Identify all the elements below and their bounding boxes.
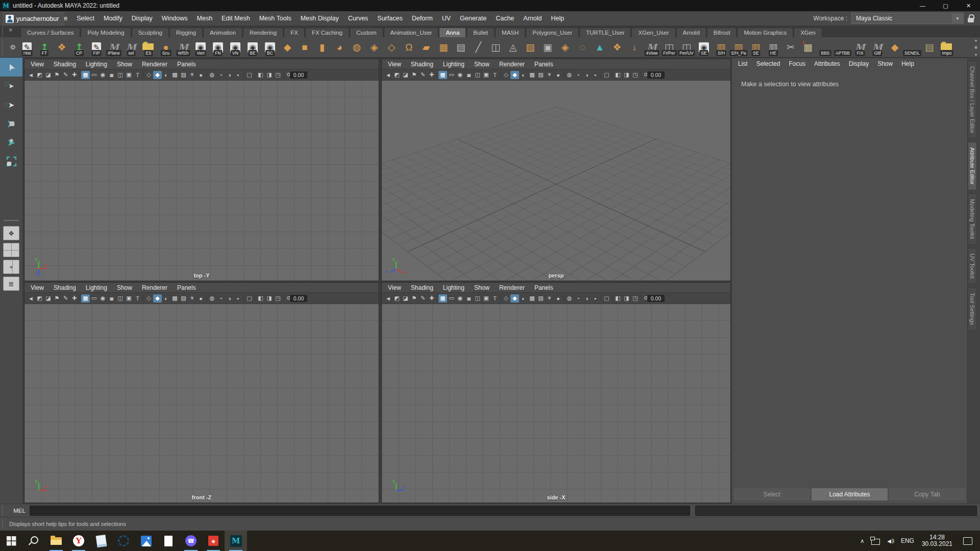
isolate-select-icon[interactable]: ▢ [245,71,254,79]
photos-app[interactable] [135,531,157,551]
shaded-textured-icon[interactable]: ◐ [519,71,528,79]
loading-app[interactable] [112,531,135,551]
front-viewport-canvas[interactable] [24,304,379,503]
scale-tool[interactable]: ➤ [0,152,22,171]
resolution-gate-icon[interactable]: ◉ [99,294,107,303]
corner-cube-icon[interactable]: ◈ [556,38,574,57]
film-gate-icon[interactable]: ▭ [90,71,99,79]
viewport-menu-item[interactable]: View [388,61,401,68]
checker-icon[interactable]: ▨ [536,294,545,303]
ambient-occlusion-icon[interactable]: ◍ [208,294,216,303]
menu-item[interactable]: Display [127,11,157,26]
menu-item[interactable]: Select [72,11,99,26]
xray-icon[interactable]: ◧ [256,71,265,79]
shelf-tab[interactable]: Motion Graphics [737,28,793,37]
copy-tab-button[interactable]: Copy Tab [889,488,965,500]
safe-action-icon[interactable]: ▣ [482,71,491,79]
menu-item[interactable]: Mesh [192,11,217,26]
shaded-icon[interactable]: ◆ [510,71,519,79]
diamond-row-icon[interactable]: ❖ [608,38,626,57]
viewport-menu-item[interactable]: Renderer [499,284,525,291]
viewport-menu-item[interactable]: View [388,284,401,291]
menu-item[interactable]: Arnold [519,11,546,26]
menu-item[interactable]: Edit Mesh [217,11,255,26]
dash-circle-icon[interactable]: ◌ [574,38,591,57]
side-viewport-canvas[interactable] [382,304,730,503]
texture-view-icon[interactable]: ◳ [631,294,640,303]
seneil-icon[interactable]: SENEiL [903,38,921,57]
camera-select-icon[interactable]: ✎ [419,294,427,303]
grip-handle[interactable] [2,27,7,36]
viewport-menu-item[interactable]: View [31,61,44,68]
shaded-icon[interactable]: ◆ [510,294,519,303]
menu-item[interactable]: UV [437,11,455,26]
import-icon[interactable]: Impo [938,38,955,57]
single-pane-layout[interactable]: ❖ [3,226,19,240]
lights-icon[interactable]: ☀ [545,71,554,79]
snap-icon[interactable]: ✚ [427,294,436,303]
camera-icon[interactable]: ◄ [384,71,393,79]
tab-tool-settings[interactable]: Tool Settings [968,287,977,331]
sparkle-diamond-icon[interactable]: ❖ [53,38,70,57]
menu-item[interactable]: Generate [455,11,491,26]
menu-item[interactable]: Mesh Tools [255,11,296,26]
viewport-menu-item[interactable]: Show [474,61,489,68]
search-button[interactable] [22,531,45,551]
paint-selection-tool[interactable]: ➤ [0,95,22,114]
viewport-menu-item[interactable]: Panels [177,284,196,291]
textured-icon[interactable]: ▩ [170,71,179,79]
anti-aliasing-icon[interactable]: ◔ [574,71,582,79]
side-viewport[interactable]: ViewShadingLightingShowRendererPanels ◄◩… [381,282,731,503]
face-normals-icon[interactable]: ◉ FN [209,38,227,57]
menu-item[interactable]: Mesh Display [296,11,344,26]
wireframe-shaded-icon[interactable]: M WfSh [175,38,192,57]
camera-attributes-icon[interactable]: ◩ [35,294,44,303]
scroll-down-icon[interactable]: ▼ [974,53,978,57]
grid-toggle-icon[interactable]: ▦ [438,294,447,303]
poly-globe-icon[interactable]: ◍ [348,38,365,57]
viewport-menu-item[interactable]: Lighting [86,61,107,68]
wireframe-icon[interactable]: ◇ [144,71,153,79]
handles-icon[interactable]: ▣ [539,38,556,57]
film-gate-icon[interactable]: ▭ [90,294,99,303]
bookmark-icon[interactable]: ⚑ [410,294,419,303]
attribute-editor-menu-item[interactable]: Display [849,60,869,67]
four-view-icon[interactable]: M 4View [643,38,660,57]
select-icon[interactable]: M sel [122,38,140,57]
shelf-tab[interactable]: Animation [203,28,242,37]
front-persp-icon[interactable]: ◫ Fr/Per [660,38,678,57]
shelf-tab[interactable]: Bullet [467,28,495,37]
file-explorer[interactable] [45,531,67,551]
attribute-editor-menu-item[interactable]: Attributes [814,60,840,67]
menu-item[interactable]: Modify [99,11,127,26]
export-selection-icon[interactable]: ES [140,38,157,57]
select-tool[interactable]: ➤ [0,58,22,77]
quad-draw-icon[interactable]: ▦ [435,38,452,57]
safe-title-icon[interactable]: T [491,71,499,79]
persp-viewport[interactable]: ViewShadingLightingShowRendererPanels ◄◩… [381,59,731,281]
notepad[interactable] [90,531,112,551]
attribute-editor-menu-item[interactable]: Help [901,60,914,67]
tab-attribute-editor[interactable]: Attribute Editor [968,142,977,190]
menu-item[interactable]: Windows [157,11,192,26]
shelf-scrollbar[interactable]: ▲ ▼ [972,37,980,58]
camera-attributes-icon[interactable]: ◩ [393,71,401,79]
shelf-tab[interactable]: Curves / Surfaces [20,28,80,37]
load-attributes-button[interactable]: Load Attributes [812,488,888,500]
camera-select-icon[interactable]: ✎ [61,294,70,303]
image-planes-icon[interactable]: ◨ [622,294,631,303]
document-app[interactable] [157,531,180,551]
flip-diamond-icon[interactable]: ◇ [383,38,400,57]
snap-icon[interactable]: ✚ [427,71,436,79]
image-plane-icon[interactable]: M IPlane [105,38,122,57]
shaded-textured-icon[interactable]: ◐ [162,294,170,303]
grip-handle[interactable] [2,40,7,55]
attribute-editor-menu-item[interactable]: Selected [756,60,780,67]
field-chart-icon[interactable]: ◫ [473,71,482,79]
camera-icon[interactable]: ◄ [27,294,35,303]
shadows-icon[interactable]: ● [197,294,205,303]
fix-icon[interactable]: M FIX [851,38,869,57]
multi-cut-icon[interactable]: ◫ [487,38,504,57]
exposure-icon[interactable]: ▪ [234,294,242,303]
gate-mask-icon[interactable]: ◙ [464,71,473,79]
